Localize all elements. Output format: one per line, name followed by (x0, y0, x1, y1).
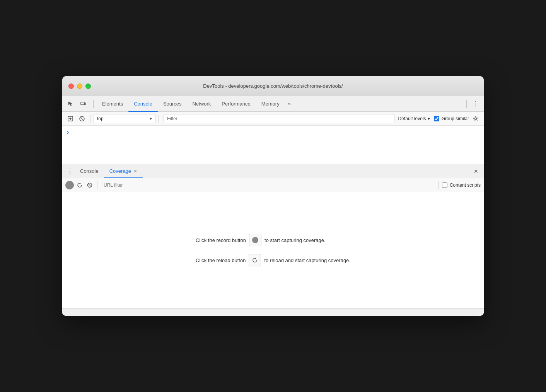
tab-separator (93, 100, 94, 108)
record-instruction-row: Click the record button to start capturi… (196, 234, 350, 246)
bottom-tab-coverage[interactable]: Coverage ✕ (104, 164, 143, 178)
svg-point-5 (475, 118, 477, 119)
console-toolbar: top ▾ Default levels ▾ Group similar (62, 112, 484, 126)
devtools-content: Elements Console Sources Network Perform… (62, 96, 484, 316)
group-similar-checkbox[interactable] (434, 116, 439, 121)
main-tab-bar: Elements Console Sources Network Perform… (62, 96, 484, 112)
main-tabs: Elements Console Sources Network Perform… (97, 96, 463, 112)
toolbar-sep-1 (90, 115, 90, 123)
group-similar-label[interactable]: Group similar (434, 116, 469, 121)
close-bottom-panel-icon[interactable]: ✕ (471, 167, 481, 176)
group-similar-text: Group similar (442, 116, 469, 121)
devtools-window: DevTools - developers.google.com/web/too… (62, 76, 484, 316)
tab-performance[interactable]: Performance (216, 96, 256, 112)
clear-console-icon[interactable] (77, 114, 87, 124)
filter-input[interactable] (164, 114, 394, 123)
bottom-panel-menu-icon[interactable]: ⋮ (65, 167, 75, 176)
svg-line-4 (80, 117, 84, 120)
bottom-tab-console[interactable]: Console (75, 164, 104, 178)
maximize-button[interactable] (85, 84, 91, 89)
content-scripts-text: Content scripts (450, 182, 481, 188)
record-instruction-after: to start capturing coverage. (264, 237, 326, 243)
url-filter-input[interactable] (101, 181, 435, 190)
record-dot-icon (67, 183, 72, 187)
reload-instruction-after: to reload and start capturing coverage. (264, 257, 350, 263)
coverage-tab-close-icon[interactable]: ✕ (133, 169, 137, 174)
more-tabs-button[interactable]: » (285, 96, 294, 112)
titlebar: DevTools - developers.google.com/web/too… (62, 76, 484, 96)
inspect-element-icon[interactable] (65, 99, 76, 109)
tab-separator-right (466, 100, 467, 108)
content-scripts-checkbox[interactable] (442, 182, 447, 188)
device-mode-icon[interactable] (78, 99, 89, 109)
inline-reload-button[interactable] (249, 254, 261, 266)
coverage-instructions: Click the record button to start capturi… (196, 234, 350, 266)
inline-record-dot-icon (252, 237, 258, 243)
record-instruction-before: Click the record button (196, 237, 246, 243)
settings-icon[interactable] (471, 114, 481, 124)
svg-rect-0 (81, 102, 84, 105)
context-value: top (97, 116, 104, 121)
reload-instruction-before: Click the reload button (196, 257, 246, 263)
url-filter-sep (97, 181, 97, 189)
coverage-toolbar: Content scripts (62, 178, 484, 192)
tab-memory[interactable]: Memory (256, 96, 285, 112)
coverage-reload-button[interactable] (75, 181, 84, 189)
reload-instruction-row: Click the reload button to reload and st… (196, 254, 350, 266)
traffic-lights (68, 84, 91, 89)
coverage-record-button[interactable] (65, 181, 74, 189)
minimize-button[interactable] (77, 84, 82, 89)
console-area[interactable]: › (62, 126, 484, 164)
tab-console[interactable]: Console (128, 96, 158, 112)
bottom-tabs: Console Coverage ✕ (75, 164, 471, 178)
default-levels-dropdown[interactable]: Default levels ▾ (396, 116, 432, 121)
bottom-panel: ⋮ Console Coverage ✕ ✕ (62, 164, 484, 316)
context-selector[interactable]: top ▾ (94, 114, 155, 123)
tab-elements[interactable]: Elements (97, 96, 128, 112)
close-button[interactable] (68, 84, 74, 89)
status-bar (62, 308, 484, 316)
tab-sources[interactable]: Sources (158, 96, 187, 112)
console-prompt-icon[interactable]: › (67, 129, 69, 135)
coverage-clear-button[interactable] (85, 181, 94, 189)
inline-record-button[interactable] (249, 234, 261, 246)
content-scripts-sep (439, 181, 439, 189)
devtools-menu-icon[interactable]: ⋮ (470, 99, 481, 109)
content-scripts-label[interactable]: Content scripts (442, 182, 481, 188)
coverage-main-area: Click the record button to start capturi… (62, 192, 484, 308)
window-title: DevTools - developers.google.com/web/too… (203, 83, 343, 89)
default-levels-arrow-icon: ▾ (428, 116, 430, 121)
tab-network[interactable]: Network (187, 96, 217, 112)
svg-line-7 (89, 184, 91, 186)
context-dropdown-icon: ▾ (150, 116, 152, 121)
toolbar-sep-2 (159, 115, 159, 123)
bottom-tab-bar: ⋮ Console Coverage ✕ ✕ (62, 164, 484, 178)
svg-rect-1 (84, 103, 85, 105)
exec-context-icon[interactable] (65, 114, 75, 124)
